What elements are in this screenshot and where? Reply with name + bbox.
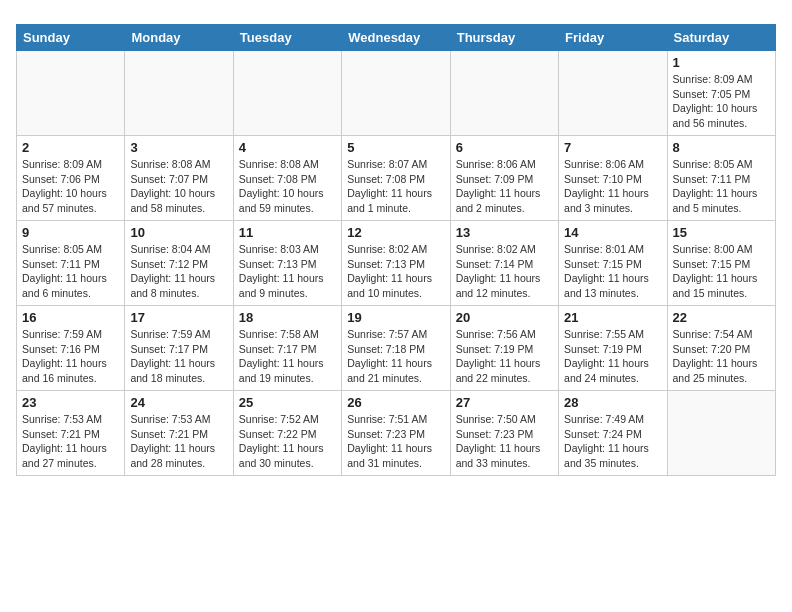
day-number: 22	[673, 310, 770, 325]
calendar-day-7: 7Sunrise: 8:06 AMSunset: 7:10 PMDaylight…	[559, 136, 667, 221]
calendar-day-11: 11Sunrise: 8:03 AMSunset: 7:13 PMDayligh…	[233, 221, 341, 306]
calendar-day-empty-4-6	[667, 391, 775, 476]
day-info: Sunrise: 7:59 AMSunset: 7:17 PMDaylight:…	[130, 327, 227, 386]
calendar-week-0: 1Sunrise: 8:09 AMSunset: 7:05 PMDaylight…	[17, 51, 776, 136]
day-info: Sunrise: 8:08 AMSunset: 7:07 PMDaylight:…	[130, 157, 227, 216]
day-number: 6	[456, 140, 553, 155]
calendar-day-27: 27Sunrise: 7:50 AMSunset: 7:23 PMDayligh…	[450, 391, 558, 476]
calendar-day-9: 9Sunrise: 8:05 AMSunset: 7:11 PMDaylight…	[17, 221, 125, 306]
day-number: 25	[239, 395, 336, 410]
day-info: Sunrise: 7:58 AMSunset: 7:17 PMDaylight:…	[239, 327, 336, 386]
day-number: 16	[22, 310, 119, 325]
day-info: Sunrise: 8:01 AMSunset: 7:15 PMDaylight:…	[564, 242, 661, 301]
calendar-week-3: 16Sunrise: 7:59 AMSunset: 7:16 PMDayligh…	[17, 306, 776, 391]
calendar-day-1: 1Sunrise: 8:09 AMSunset: 7:05 PMDaylight…	[667, 51, 775, 136]
day-info: Sunrise: 8:08 AMSunset: 7:08 PMDaylight:…	[239, 157, 336, 216]
calendar-day-empty-0-3	[342, 51, 450, 136]
calendar-day-23: 23Sunrise: 7:53 AMSunset: 7:21 PMDayligh…	[17, 391, 125, 476]
day-info: Sunrise: 8:02 AMSunset: 7:14 PMDaylight:…	[456, 242, 553, 301]
day-number: 7	[564, 140, 661, 155]
day-info: Sunrise: 7:49 AMSunset: 7:24 PMDaylight:…	[564, 412, 661, 471]
calendar-day-6: 6Sunrise: 8:06 AMSunset: 7:09 PMDaylight…	[450, 136, 558, 221]
calendar-day-17: 17Sunrise: 7:59 AMSunset: 7:17 PMDayligh…	[125, 306, 233, 391]
day-number: 21	[564, 310, 661, 325]
weekday-header-wednesday: Wednesday	[342, 25, 450, 51]
day-info: Sunrise: 8:09 AMSunset: 7:05 PMDaylight:…	[673, 72, 770, 131]
day-info: Sunrise: 7:53 AMSunset: 7:21 PMDaylight:…	[22, 412, 119, 471]
day-number: 11	[239, 225, 336, 240]
day-info: Sunrise: 8:09 AMSunset: 7:06 PMDaylight:…	[22, 157, 119, 216]
day-info: Sunrise: 8:07 AMSunset: 7:08 PMDaylight:…	[347, 157, 444, 216]
day-number: 4	[239, 140, 336, 155]
calendar-day-16: 16Sunrise: 7:59 AMSunset: 7:16 PMDayligh…	[17, 306, 125, 391]
day-number: 5	[347, 140, 444, 155]
day-number: 28	[564, 395, 661, 410]
day-info: Sunrise: 8:06 AMSunset: 7:09 PMDaylight:…	[456, 157, 553, 216]
day-info: Sunrise: 7:53 AMSunset: 7:21 PMDaylight:…	[130, 412, 227, 471]
calendar-week-2: 9Sunrise: 8:05 AMSunset: 7:11 PMDaylight…	[17, 221, 776, 306]
calendar-day-28: 28Sunrise: 7:49 AMSunset: 7:24 PMDayligh…	[559, 391, 667, 476]
calendar-day-24: 24Sunrise: 7:53 AMSunset: 7:21 PMDayligh…	[125, 391, 233, 476]
calendar-day-10: 10Sunrise: 8:04 AMSunset: 7:12 PMDayligh…	[125, 221, 233, 306]
day-info: Sunrise: 7:59 AMSunset: 7:16 PMDaylight:…	[22, 327, 119, 386]
day-number: 9	[22, 225, 119, 240]
day-number: 14	[564, 225, 661, 240]
calendar-week-1: 2Sunrise: 8:09 AMSunset: 7:06 PMDaylight…	[17, 136, 776, 221]
day-number: 20	[456, 310, 553, 325]
calendar-day-empty-0-0	[17, 51, 125, 136]
calendar-day-4: 4Sunrise: 8:08 AMSunset: 7:08 PMDaylight…	[233, 136, 341, 221]
calendar-day-empty-0-1	[125, 51, 233, 136]
calendar-day-20: 20Sunrise: 7:56 AMSunset: 7:19 PMDayligh…	[450, 306, 558, 391]
day-info: Sunrise: 8:00 AMSunset: 7:15 PMDaylight:…	[673, 242, 770, 301]
weekday-header-thursday: Thursday	[450, 25, 558, 51]
day-info: Sunrise: 7:57 AMSunset: 7:18 PMDaylight:…	[347, 327, 444, 386]
day-number: 8	[673, 140, 770, 155]
calendar-day-21: 21Sunrise: 7:55 AMSunset: 7:19 PMDayligh…	[559, 306, 667, 391]
calendar-day-12: 12Sunrise: 8:02 AMSunset: 7:13 PMDayligh…	[342, 221, 450, 306]
day-info: Sunrise: 7:50 AMSunset: 7:23 PMDaylight:…	[456, 412, 553, 471]
day-number: 15	[673, 225, 770, 240]
day-number: 2	[22, 140, 119, 155]
calendar-header-row: SundayMondayTuesdayWednesdayThursdayFrid…	[17, 25, 776, 51]
day-info: Sunrise: 8:05 AMSunset: 7:11 PMDaylight:…	[673, 157, 770, 216]
day-info: Sunrise: 8:05 AMSunset: 7:11 PMDaylight:…	[22, 242, 119, 301]
weekday-header-saturday: Saturday	[667, 25, 775, 51]
calendar-day-13: 13Sunrise: 8:02 AMSunset: 7:14 PMDayligh…	[450, 221, 558, 306]
calendar-day-8: 8Sunrise: 8:05 AMSunset: 7:11 PMDaylight…	[667, 136, 775, 221]
day-number: 13	[456, 225, 553, 240]
calendar-day-5: 5Sunrise: 8:07 AMSunset: 7:08 PMDaylight…	[342, 136, 450, 221]
calendar-week-4: 23Sunrise: 7:53 AMSunset: 7:21 PMDayligh…	[17, 391, 776, 476]
calendar-day-2: 2Sunrise: 8:09 AMSunset: 7:06 PMDaylight…	[17, 136, 125, 221]
weekday-header-monday: Monday	[125, 25, 233, 51]
day-info: Sunrise: 8:06 AMSunset: 7:10 PMDaylight:…	[564, 157, 661, 216]
calendar-day-empty-0-2	[233, 51, 341, 136]
calendar-day-15: 15Sunrise: 8:00 AMSunset: 7:15 PMDayligh…	[667, 221, 775, 306]
calendar-day-19: 19Sunrise: 7:57 AMSunset: 7:18 PMDayligh…	[342, 306, 450, 391]
day-number: 19	[347, 310, 444, 325]
calendar-body: 1Sunrise: 8:09 AMSunset: 7:05 PMDaylight…	[17, 51, 776, 476]
day-number: 12	[347, 225, 444, 240]
day-info: Sunrise: 7:55 AMSunset: 7:19 PMDaylight:…	[564, 327, 661, 386]
weekday-header-tuesday: Tuesday	[233, 25, 341, 51]
calendar-day-22: 22Sunrise: 7:54 AMSunset: 7:20 PMDayligh…	[667, 306, 775, 391]
day-info: Sunrise: 7:54 AMSunset: 7:20 PMDaylight:…	[673, 327, 770, 386]
calendar-day-25: 25Sunrise: 7:52 AMSunset: 7:22 PMDayligh…	[233, 391, 341, 476]
calendar-day-26: 26Sunrise: 7:51 AMSunset: 7:23 PMDayligh…	[342, 391, 450, 476]
day-info: Sunrise: 7:51 AMSunset: 7:23 PMDaylight:…	[347, 412, 444, 471]
day-info: Sunrise: 8:03 AMSunset: 7:13 PMDaylight:…	[239, 242, 336, 301]
day-info: Sunrise: 8:04 AMSunset: 7:12 PMDaylight:…	[130, 242, 227, 301]
day-number: 23	[22, 395, 119, 410]
calendar-day-18: 18Sunrise: 7:58 AMSunset: 7:17 PMDayligh…	[233, 306, 341, 391]
weekday-header-sunday: Sunday	[17, 25, 125, 51]
calendar-day-empty-0-4	[450, 51, 558, 136]
day-number: 18	[239, 310, 336, 325]
calendar-table: SundayMondayTuesdayWednesdayThursdayFrid…	[16, 24, 776, 476]
day-number: 3	[130, 140, 227, 155]
calendar-day-3: 3Sunrise: 8:08 AMSunset: 7:07 PMDaylight…	[125, 136, 233, 221]
day-number: 17	[130, 310, 227, 325]
day-number: 27	[456, 395, 553, 410]
day-info: Sunrise: 7:52 AMSunset: 7:22 PMDaylight:…	[239, 412, 336, 471]
day-number: 1	[673, 55, 770, 70]
day-number: 24	[130, 395, 227, 410]
weekday-header-friday: Friday	[559, 25, 667, 51]
